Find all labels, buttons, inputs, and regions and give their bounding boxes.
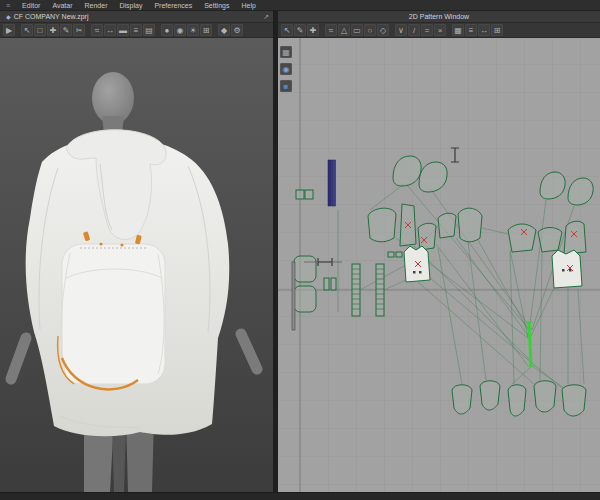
seam-segment-icon[interactable]: =: [421, 24, 433, 36]
menu-display[interactable]: Display: [113, 0, 148, 11]
select-move-icon[interactable]: ↖: [21, 24, 33, 36]
dart-icon[interactable]: ◇: [377, 24, 389, 36]
pattern-piece-vest-right[interactable]: [552, 250, 582, 288]
polygon-icon[interactable]: △: [338, 24, 350, 36]
box-select-icon[interactable]: □: [34, 24, 46, 36]
circle-icon[interactable]: ○: [364, 24, 376, 36]
menubar: ≡ EditorAvatarRenderDisplayPreferencesSe…: [0, 0, 600, 11]
window-title-row: ◆ CF COMPANY New.zprj ↗ 2D Pattern Windo…: [0, 11, 600, 23]
scissors-icon[interactable]: ✂: [73, 24, 85, 36]
fold-arrange-icon[interactable]: ▤: [143, 24, 155, 36]
pattern-piece-tab-a[interactable]: [324, 278, 329, 290]
pattern-piece-cuff-c[interactable]: [508, 385, 526, 416]
pattern-piece-cuff-d[interactable]: [534, 381, 556, 412]
show-seam-icon[interactable]: ×: [434, 24, 446, 36]
right-window-titlebar[interactable]: 2D Pattern Window: [278, 11, 600, 23]
toolbar-separator: [16, 24, 20, 36]
pin-icon[interactable]: ✚: [47, 24, 59, 36]
3d-viewport[interactable]: [0, 38, 273, 492]
pattern-piece-cuff-e[interactable]: [562, 385, 586, 416]
edit-pattern-icon[interactable]: ✎: [294, 24, 306, 36]
toolbar-separator: [213, 24, 217, 36]
rectangle-icon[interactable]: ▭: [351, 24, 363, 36]
menu-help[interactable]: Help: [235, 0, 261, 11]
grid-icon[interactable]: ⊞: [200, 24, 212, 36]
pattern-piece-square-a[interactable]: [296, 190, 304, 199]
seam-free-icon[interactable]: /: [408, 24, 420, 36]
pattern-piece-body-b[interactable]: [418, 223, 436, 250]
pattern-piece-sleeve-right[interactable]: [458, 208, 482, 242]
toolbar-separator: [390, 24, 394, 36]
backpack[interactable]: [58, 231, 165, 389]
grading-icon[interactable]: ≡: [465, 24, 477, 36]
menu-editor[interactable]: Editor: [16, 0, 46, 11]
simulate-icon[interactable]: ▶: [3, 24, 15, 36]
toolbar-separator: [320, 24, 324, 36]
pattern-piece-square-b[interactable]: [305, 190, 313, 199]
add-point-icon[interactable]: ✚: [307, 24, 319, 36]
pattern-piece-thin-strip[interactable]: [292, 262, 295, 330]
left-window-titlebar[interactable]: ◆ CF COMPANY New.zprj ↗: [0, 11, 273, 23]
transform-pattern-icon[interactable]: ↖: [281, 24, 293, 36]
2d-grid: [278, 38, 600, 492]
3d-viewport-canvas[interactable]: [0, 38, 273, 492]
pattern-piece-small-b[interactable]: [396, 252, 402, 257]
2d-pattern-viewport[interactable]: ▦◉■: [278, 38, 600, 492]
tape-icon[interactable]: ▬: [117, 24, 129, 36]
measure-icon[interactable]: ↔: [104, 24, 116, 36]
pattern-piece-back-b[interactable]: [538, 228, 562, 253]
pattern-piece-cuff-a[interactable]: [452, 385, 472, 414]
toolbar-2d: ↖✎✚≈△▭○◇∨/=×▦≡↔⊞: [278, 23, 600, 38]
edit-curvature-icon[interactable]: ≈: [325, 24, 337, 36]
toolbar-row: ▶↖□✚✎✂≈↔▬≡▤●◉☀⊞◆⚙ ↖✎✚≈△▭○◇∨/=×▦≡↔⊞: [0, 23, 600, 38]
toolbar-separator: [86, 24, 90, 36]
pattern-piece-vest-left[interactable]: [404, 246, 430, 282]
sewing-icon[interactable]: ≈: [91, 24, 103, 36]
pattern-piece-pocket-a[interactable]: [294, 256, 316, 282]
pattern-piece-pocket-b[interactable]: [294, 286, 316, 312]
measure-2d-icon[interactable]: ↔: [478, 24, 490, 36]
brush-icon[interactable]: ✎: [60, 24, 72, 36]
pattern-piece-sleeve-left[interactable]: [368, 208, 396, 242]
pattern-piece-small-a[interactable]: [388, 252, 394, 257]
toolbar-3d: ▶↖□✚✎✂≈↔▬≡▤●◉☀⊞◆⚙: [0, 23, 273, 38]
menu-render[interactable]: Render: [79, 0, 114, 11]
pattern-piece-tab-b[interactable]: [331, 278, 336, 290]
settings-icon[interactable]: ⚙: [231, 24, 243, 36]
zoom-extents-icon[interactable]: ◉: [280, 63, 292, 75]
view-cube-icon[interactable]: ▦: [280, 46, 292, 58]
pattern-piece-back-a[interactable]: [508, 224, 536, 252]
side-toolbar: ▦◉■: [280, 46, 292, 92]
texture-editor-icon[interactable]: ▦: [452, 24, 464, 36]
main-content: ▦◉■: [0, 38, 600, 492]
pattern-piece-zipper-b[interactable]: [376, 264, 384, 316]
pattern-piece-panel-c[interactable]: [438, 213, 456, 238]
pattern-piece-cuff-b[interactable]: [480, 381, 500, 410]
pattern-piece-navy-strip[interactable]: [328, 160, 336, 206]
toolbar-separator: [447, 24, 451, 36]
right-window-title: 2D Pattern Window: [409, 13, 469, 20]
left-window-title: CF COMPANY New.zprj: [14, 13, 89, 20]
application-window: ≡ EditorAvatarRenderDisplayPreferencesSe…: [0, 0, 600, 500]
status-bar: [0, 492, 600, 500]
2d-pattern-canvas[interactable]: [278, 38, 600, 492]
camera-icon[interactable]: ◉: [174, 24, 186, 36]
app-menu-icon[interactable]: ≡: [4, 0, 16, 11]
project-icon: ◆: [6, 13, 11, 20]
menu-avatar[interactable]: Avatar: [46, 0, 78, 11]
toolbar-separator: [156, 24, 160, 36]
sync-2d3d-icon[interactable]: ■: [280, 80, 292, 92]
render-icon[interactable]: ◆: [218, 24, 230, 36]
avatar-icon[interactable]: ●: [161, 24, 173, 36]
menubar-items: EditorAvatarRenderDisplayPreferencesSett…: [16, 0, 262, 11]
menu-settings[interactable]: Settings: [198, 0, 235, 11]
pattern-piece-panel-right[interactable]: [564, 221, 586, 254]
light-icon[interactable]: ☀: [187, 24, 199, 36]
maximize-icon[interactable]: ↗: [263, 13, 269, 21]
grid-snap-icon[interactable]: ⊞: [491, 24, 503, 36]
zipper-icon[interactable]: ≡: [130, 24, 142, 36]
pattern-piece-zipper-a[interactable]: [352, 264, 360, 316]
menu-preferences[interactable]: Preferences: [148, 0, 198, 11]
notch-icon[interactable]: ∨: [395, 24, 407, 36]
